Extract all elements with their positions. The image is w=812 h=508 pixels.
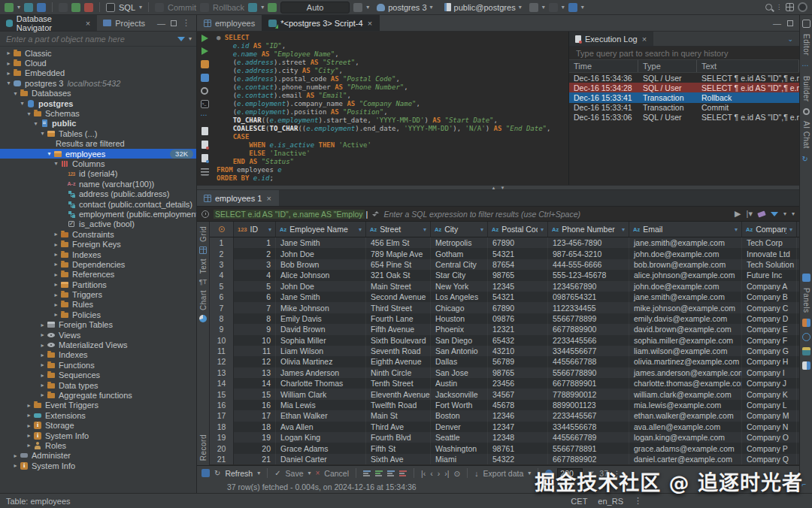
save-button[interactable]: Save	[286, 469, 304, 478]
chevron-icon[interactable]: ▸	[25, 442, 33, 449]
table-cell[interactable]: ethan.walker@example.com	[629, 410, 742, 421]
table-cell[interactable]: Company N	[742, 422, 797, 432]
table-cell[interactable]: Liam Wilson	[276, 346, 366, 356]
export-file-icon[interactable]	[201, 154, 208, 162]
tree-item[interactable]: ▸Roles	[0, 440, 196, 450]
table-cell[interactable]: Company P	[742, 443, 797, 453]
table-cell[interactable]: 20	[234, 443, 276, 453]
tree-item[interactable]: address (public.address)	[0, 189, 196, 198]
chevron-icon[interactable]: ▸	[38, 342, 47, 349]
table-cell[interactable]: 444-555-6666	[548, 259, 629, 270]
table-cell[interactable]: Washington	[431, 443, 488, 453]
chevron-down-icon[interactable]: ▾	[257, 470, 260, 476]
table-cell[interactable]: Houston	[431, 313, 488, 324]
split-up-icon[interactable]: ▲	[492, 186, 496, 190]
table-cell[interactable]: sophia.miller@example.com	[629, 335, 742, 346]
tree-item[interactable]: ▸Partitions	[0, 280, 196, 289]
refresh-button[interactable]: Refresh	[225, 469, 253, 478]
add-row-icon[interactable]	[375, 470, 383, 476]
refresh-icon[interactable]: ↻	[214, 469, 220, 477]
data-view-icon[interactable]	[201, 469, 210, 477]
table-cell[interactable]: ava.allen@example.com	[629, 422, 742, 432]
table-row[interactable]: 1414Charlotte ThomasTenth StreetAustin23…	[210, 378, 799, 389]
table-cell[interactable]: Dallas	[431, 356, 488, 367]
docs-icon[interactable]	[201, 74, 209, 82]
table-cell[interactable]: 67890	[488, 237, 548, 248]
table-cell[interactable]: 555-123-45678	[548, 270, 629, 280]
table-cell[interactable]: 13	[234, 367, 276, 378]
chevron-down-icon[interactable]: ▾	[366, 4, 369, 11]
tree-item[interactable]: ▸Cloud	[0, 58, 196, 68]
table-cell[interactable]: New York	[431, 281, 488, 292]
sql-code[interactable]: ● SELECT e.id AS "ID", e.name AS "Employ…	[212, 32, 568, 185]
more-options-icon[interactable]: ⋮	[613, 469, 621, 478]
table-cell[interactable]: Olivia Martinez	[276, 356, 366, 367]
table-cell[interactable]: Company L	[742, 400, 797, 410]
table-cell[interactable]: william.clark@example.com	[629, 389, 742, 399]
table-cell[interactable]: 56789	[488, 356, 548, 367]
table-cell[interactable]: San Antonio	[431, 346, 488, 356]
sort-dropdown-icon[interactable]: ▾	[792, 210, 795, 217]
tree-item[interactable]: ▸Policies	[0, 310, 196, 319]
tx-filter-icon[interactable]	[248, 3, 257, 12]
row-number[interactable]: 5	[210, 281, 234, 292]
row-number[interactable]: 4	[210, 270, 234, 280]
sort-dropdown-icon[interactable]: ▾	[423, 226, 426, 233]
filter-icon[interactable]	[177, 37, 185, 41]
table-cell[interactable]: Second Avenue	[366, 292, 431, 302]
row-number[interactable]: 10	[210, 335, 234, 346]
chevron-icon[interactable]: ▸	[38, 392, 47, 398]
table-cell[interactable]: Jane Smith	[276, 292, 366, 302]
query-preview[interactable]: SELECT e.id AS "ID", e.name AS "Employ	[214, 210, 365, 219]
view-grid-tab[interactable]: Grid	[199, 226, 208, 242]
table-cell[interactable]: Tech Solution	[742, 259, 797, 270]
minimize-icon[interactable]: —	[157, 19, 165, 28]
chevron-icon[interactable]: ▸	[52, 292, 60, 298]
tab-database-navigator[interactable]: Database Navigator ×	[0, 15, 97, 31]
more-options-icon[interactable]: ⋮	[776, 4, 782, 11]
chevron-icon[interactable]: ▸	[52, 241, 60, 248]
chevron-icon[interactable]: ▸	[52, 281, 60, 288]
layout-split-icon[interactable]	[802, 319, 810, 327]
history-icon[interactable]	[353, 3, 362, 12]
table-cell[interactable]: Sophia Miller	[276, 335, 366, 346]
table-cell[interactable]: 17	[234, 410, 276, 421]
table-cell[interactable]: Charlotte Thomas	[276, 378, 366, 389]
grid-corner[interactable]	[210, 222, 234, 237]
object-filter-input[interactable]	[5, 34, 174, 44]
table-row[interactable]: 1616Mia LewisTwelfth RoadFort Worth45678…	[210, 400, 799, 410]
commit-icon[interactable]	[155, 3, 164, 12]
tab-employees[interactable]: employees	[197, 15, 262, 31]
chevron-icon[interactable]: ▸	[25, 422, 33, 429]
user-session-icon[interactable]	[71, 3, 80, 12]
column-header[interactable]: AzCity▾	[431, 222, 488, 237]
chevron-icon[interactable]: ▾	[25, 110, 33, 117]
chevron-icon[interactable]: ▸	[5, 50, 13, 56]
compare-icon[interactable]	[363, 470, 371, 476]
column-header[interactable]: Text	[697, 60, 799, 72]
table-row[interactable]: 1717Ethan WalkerMain StBoston12346223344…	[210, 410, 799, 421]
table-cell[interactable]: Company Q	[742, 454, 797, 464]
table-cell[interactable]: Fourth Blvd	[366, 432, 431, 443]
open-folder-icon[interactable]	[37, 3, 46, 12]
table-cell[interactable]: San Diego	[431, 335, 488, 346]
chevron-icon[interactable]: ▾	[18, 100, 26, 107]
commit-button[interactable]: Commit	[168, 3, 196, 12]
schema-select[interactable]: public@postgres ▾	[441, 2, 526, 13]
table-row[interactable]: 1919Logan KingFourth BlvdSeattle12348445…	[210, 432, 799, 443]
table-cell[interactable]: William Clark	[276, 389, 366, 399]
tx-mode-select[interactable]: Auto	[280, 2, 350, 14]
table-row[interactable]: 1515William ClarkEleventh AvenueJacksonv…	[210, 389, 799, 399]
chevron-icon[interactable]: ▸	[25, 412, 33, 419]
table-cell[interactable]: 54322	[488, 454, 548, 464]
table-cell[interactable]: 1234567890	[548, 281, 629, 292]
table-cell[interactable]: 16	[234, 400, 276, 410]
chevron-icon[interactable]: ▾	[5, 80, 13, 86]
table-cell[interactable]: 5566778891	[548, 443, 629, 453]
chevron-icon[interactable]: ▸	[52, 311, 60, 318]
table-cell[interactable]: Company M	[742, 410, 797, 421]
table-cell[interactable]: Fort Worth	[431, 400, 488, 410]
tree-item[interactable]: ▸Foreign Keys	[0, 239, 196, 249]
tree-item[interactable]: ▾postgres	[0, 98, 196, 108]
table-cell[interactable]: 123-456-7890	[548, 237, 629, 248]
